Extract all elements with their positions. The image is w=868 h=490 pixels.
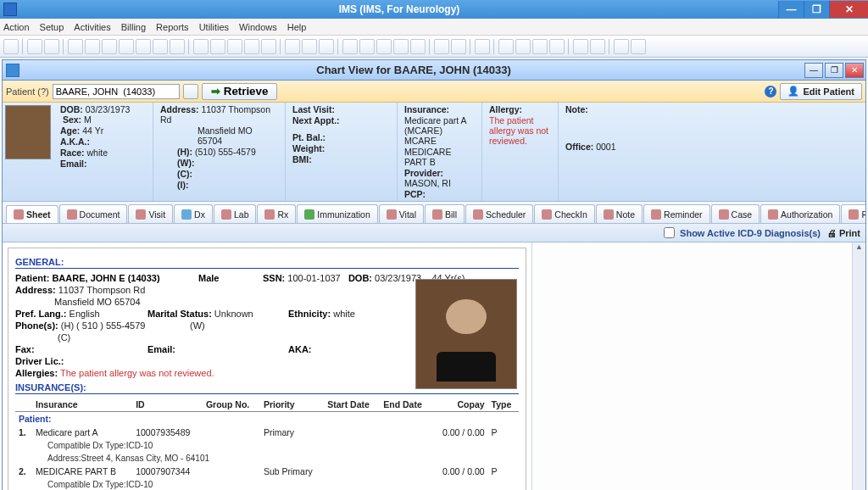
tool-5[interactable] bbox=[85, 39, 100, 54]
tool-28[interactable] bbox=[515, 39, 531, 54]
tab-document[interactable]: Document bbox=[59, 204, 128, 223]
menu-help[interactable]: Help bbox=[287, 22, 307, 32]
app-title: IMS (IMS, For Neurology) bbox=[20, 3, 778, 15]
tool-10[interactable] bbox=[170, 39, 185, 54]
menu-action[interactable]: Action bbox=[3, 22, 30, 32]
document-icon bbox=[67, 209, 77, 220]
tool-30[interactable] bbox=[549, 39, 565, 54]
immunization-icon bbox=[304, 209, 314, 220]
tool-31[interactable] bbox=[573, 39, 588, 54]
scrollbar[interactable] bbox=[852, 242, 865, 490]
patient-header: DOB: 03/23/1973 Sex: M Age: 44 Yr A.K.A.… bbox=[3, 103, 865, 202]
patient-input[interactable] bbox=[53, 84, 180, 99]
chart-view-title: Chart View for BAARE, JOHN (14033) bbox=[23, 64, 804, 76]
tool-20[interactable] bbox=[359, 39, 375, 54]
tab-visit[interactable]: Visit bbox=[128, 204, 173, 223]
tool-16[interactable] bbox=[285, 39, 300, 54]
patient-photo bbox=[415, 279, 517, 389]
subwin-minimize[interactable]: — bbox=[804, 63, 823, 78]
menu-windows[interactable]: Windows bbox=[239, 22, 277, 32]
scheduler-icon bbox=[473, 209, 483, 220]
main-toolbar bbox=[0, 36, 868, 58]
menu-activities[interactable]: Activities bbox=[74, 22, 110, 32]
subwin-close[interactable]: ✕ bbox=[845, 63, 864, 78]
tool-21[interactable] bbox=[376, 39, 392, 54]
chart-view-icon bbox=[6, 64, 19, 77]
tool-24[interactable] bbox=[434, 39, 449, 54]
patient-photo-thumb bbox=[5, 105, 51, 159]
show-icd-input[interactable] bbox=[664, 227, 675, 238]
app-icon bbox=[3, 3, 17, 16]
tool-23[interactable] bbox=[410, 39, 426, 54]
tool-18[interactable] bbox=[319, 39, 334, 54]
tab-dx[interactable]: Dx bbox=[174, 204, 213, 223]
retrieve-button[interactable]: ➡Retrieve bbox=[202, 83, 278, 100]
rx-icon bbox=[264, 209, 275, 220]
menu-setup[interactable]: Setup bbox=[40, 22, 64, 32]
insurance-table: Insurance ID Group No. Priority Start Da… bbox=[15, 398, 519, 490]
menu-billing[interactable]: Billing bbox=[121, 22, 146, 32]
tool-12[interactable] bbox=[210, 39, 225, 54]
tool-1[interactable] bbox=[3, 39, 19, 54]
tool-15[interactable] bbox=[261, 39, 276, 54]
printer-icon: 🖨 bbox=[827, 228, 837, 238]
tool-14[interactable] bbox=[244, 39, 259, 54]
tab-referral[interactable]: Referral bbox=[841, 204, 865, 223]
tab-note[interactable]: Note bbox=[596, 204, 643, 223]
app-titlebar: IMS (IMS, For Neurology) — ❐ ✕ bbox=[0, 0, 868, 19]
tab-immunization[interactable]: Immunization bbox=[297, 204, 377, 223]
print-button[interactable]: 🖨Print bbox=[827, 228, 860, 238]
tab-reminder[interactable]: Reminder bbox=[643, 204, 710, 223]
tool-34[interactable] bbox=[631, 39, 646, 54]
edit-patient-button[interactable]: 👤Edit Patient bbox=[780, 83, 862, 100]
tool-25[interactable] bbox=[451, 39, 466, 54]
tool-19[interactable] bbox=[342, 39, 358, 54]
menu-utilities[interactable]: Utilities bbox=[199, 22, 229, 32]
tool-8[interactable] bbox=[136, 39, 151, 54]
tool-7[interactable] bbox=[119, 39, 134, 54]
tool-4[interactable] bbox=[68, 39, 83, 54]
tab-case[interactable]: Case bbox=[711, 204, 760, 223]
tab-bill[interactable]: Bill bbox=[425, 204, 465, 223]
tool-11[interactable] bbox=[193, 39, 209, 54]
tab-sheet[interactable]: Sheet bbox=[6, 205, 58, 224]
tool-32[interactable] bbox=[590, 39, 605, 54]
tool-3[interactable] bbox=[44, 39, 59, 54]
tab-checkin[interactable]: CheckIn bbox=[534, 204, 595, 223]
sheet-content: GENERAL: Patient: BAARE, JOHN E (14033) … bbox=[3, 242, 865, 490]
tool-29[interactable] bbox=[532, 39, 548, 54]
menu-reports[interactable]: Reports bbox=[156, 22, 189, 32]
tool-27[interactable] bbox=[498, 39, 514, 54]
insurance-row: 2. MEDICARE PART B 10007907344 Sub Prima… bbox=[15, 465, 519, 478]
patient-sheet: GENERAL: Patient: BAARE, JOHN E (14033) … bbox=[8, 248, 526, 490]
restore-button[interactable]: ❐ bbox=[804, 1, 829, 18]
tab-scheduler[interactable]: Scheduler bbox=[465, 204, 533, 223]
minimize-button[interactable]: — bbox=[778, 1, 804, 18]
tool-17[interactable] bbox=[302, 39, 317, 54]
tool-33[interactable] bbox=[614, 39, 629, 54]
bill-icon bbox=[432, 209, 442, 220]
chart-view-window: Chart View for BAARE, JOHN (14033) — ❐ ✕… bbox=[2, 59, 866, 490]
lab-icon bbox=[221, 209, 231, 220]
subwin-restore[interactable]: ❐ bbox=[825, 63, 843, 78]
tool-22[interactable] bbox=[393, 39, 409, 54]
tab-vital[interactable]: Vital bbox=[379, 204, 424, 223]
patient-bar: Patient (?) ➡Retrieve ? 👤Edit Patient bbox=[3, 81, 865, 103]
help-icon[interactable]: ? bbox=[765, 86, 776, 97]
general-heading: GENERAL: bbox=[15, 257, 519, 269]
close-button[interactable]: ✕ bbox=[829, 1, 868, 18]
tab-lab[interactable]: Lab bbox=[214, 204, 257, 223]
tool-13[interactable] bbox=[227, 39, 242, 54]
show-icd-checkbox[interactable]: Show Active ICD-9 Diagnosis(s) bbox=[660, 225, 821, 241]
patient-lookup-icon[interactable] bbox=[183, 84, 198, 99]
tab-authorization[interactable]: Authorization bbox=[760, 204, 840, 223]
tool-2[interactable] bbox=[27, 39, 42, 54]
tool-26[interactable] bbox=[475, 39, 490, 54]
tool-9[interactable] bbox=[153, 39, 168, 54]
tool-6[interactable] bbox=[102, 39, 117, 54]
reminder-icon bbox=[651, 209, 661, 220]
menubar: Action Setup Activities Billing Reports … bbox=[0, 19, 868, 36]
tab-rx[interactable]: Rx bbox=[257, 204, 296, 223]
referral-icon bbox=[849, 209, 859, 220]
chart-view-titlebar: Chart View for BAARE, JOHN (14033) — ❐ ✕ bbox=[3, 60, 865, 81]
